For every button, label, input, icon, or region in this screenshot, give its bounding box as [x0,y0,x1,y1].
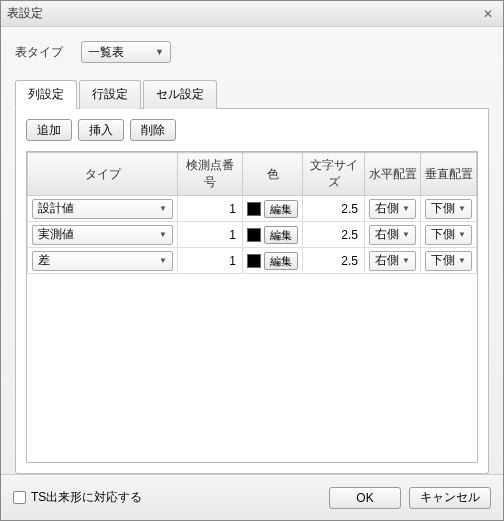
type-select[interactable]: 差▼ [32,251,173,271]
header-row: タイプ 検測点番号 色 文字サイズ 水平配置 垂直配置 [28,153,477,196]
chevron-down-icon: ▼ [458,230,466,239]
chevron-down-icon: ▼ [159,230,167,239]
fontsize-cell[interactable]: 2.5 [303,222,365,248]
chevron-down-icon: ▼ [458,204,466,213]
ts-checkbox-label: TS出来形に対応する [31,489,142,506]
color-edit-button[interactable]: 編集 [264,252,298,270]
delete-button[interactable]: 削除 [130,119,176,141]
pointno-cell[interactable]: 1 [178,248,243,274]
halign-select[interactable]: 右側▼ [369,199,416,219]
color-swatch [247,254,261,268]
footer: TS出来形に対応する OK キャンセル [1,474,503,520]
titlebar: 表設定 ✕ [1,1,503,27]
close-icon[interactable]: ✕ [479,5,497,23]
header-valign[interactable]: 垂直配置 [421,153,477,196]
table-type-row: 表タイプ 一覧表 ▼ [15,41,489,63]
table-type-label: 表タイプ [15,44,63,61]
color-cell: 編集 [247,200,298,218]
color-edit-button[interactable]: 編集 [264,226,298,244]
valign-select[interactable]: 下側▼ [425,251,472,271]
header-type[interactable]: タイプ [28,153,178,196]
type-select[interactable]: 設計値▼ [32,199,173,219]
dialog-window: 表設定 ✕ 表タイプ 一覧表 ▼ 列設定 行設定 セル設定 追加 挿入 削除 [0,0,504,521]
insert-button[interactable]: 挿入 [78,119,124,141]
type-select[interactable]: 実測値▼ [32,225,173,245]
checkbox-icon [13,491,26,504]
chevron-down-icon: ▼ [402,230,410,239]
table: タイプ 検測点番号 色 文字サイズ 水平配置 垂直配置 設計値▼1編集2.5右側… [27,152,477,274]
add-button[interactable]: 追加 [26,119,72,141]
valign-select[interactable]: 下側▼ [425,225,472,245]
data-grid: タイプ 検測点番号 色 文字サイズ 水平配置 垂直配置 設計値▼1編集2.5右側… [26,151,478,463]
header-pointno[interactable]: 検測点番号 [178,153,243,196]
tab-row-settings[interactable]: 行設定 [79,80,141,109]
chevron-down-icon: ▼ [458,256,466,265]
ok-button[interactable]: OK [329,487,401,509]
color-swatch [247,228,261,242]
tab-column-settings[interactable]: 列設定 [15,80,77,109]
tabs: 列設定 行設定 セル設定 [15,79,489,109]
chevron-down-icon: ▼ [402,204,410,213]
header-fontsize[interactable]: 文字サイズ [303,153,365,196]
dialog-title: 表設定 [7,5,43,22]
pointno-cell[interactable]: 1 [178,196,243,222]
footer-buttons: OK キャンセル [329,487,491,509]
table-type-value: 一覧表 [88,44,124,61]
header-color[interactable]: 色 [243,153,303,196]
color-edit-button[interactable]: 編集 [264,200,298,218]
fontsize-cell[interactable]: 2.5 [303,196,365,222]
halign-select[interactable]: 右側▼ [369,251,416,271]
halign-select[interactable]: 右側▼ [369,225,416,245]
tab-panel: 追加 挿入 削除 タイプ 検測点番号 色 文字サイズ 水平配置 垂直配置 [15,109,489,474]
valign-select[interactable]: 下側▼ [425,199,472,219]
header-halign[interactable]: 水平配置 [365,153,421,196]
toolbar: 追加 挿入 削除 [26,119,478,141]
tab-cell-settings[interactable]: セル設定 [143,80,217,109]
cancel-button[interactable]: キャンセル [409,487,491,509]
fontsize-cell[interactable]: 2.5 [303,248,365,274]
ts-checkbox[interactable]: TS出来形に対応する [13,489,142,506]
pointno-cell[interactable]: 1 [178,222,243,248]
color-cell: 編集 [247,226,298,244]
color-swatch [247,202,261,216]
color-cell: 編集 [247,252,298,270]
dialog-body: 表タイプ 一覧表 ▼ 列設定 行設定 セル設定 追加 挿入 削除 タイプ [1,27,503,474]
chevron-down-icon: ▼ [159,256,167,265]
chevron-down-icon: ▼ [155,47,164,57]
chevron-down-icon: ▼ [402,256,410,265]
table-row[interactable]: 設計値▼1編集2.5右側▼下側▼ [28,196,477,222]
table-row[interactable]: 実測値▼1編集2.5右側▼下側▼ [28,222,477,248]
chevron-down-icon: ▼ [159,204,167,213]
table-type-select[interactable]: 一覧表 ▼ [81,41,171,63]
table-row[interactable]: 差▼1編集2.5右側▼下側▼ [28,248,477,274]
